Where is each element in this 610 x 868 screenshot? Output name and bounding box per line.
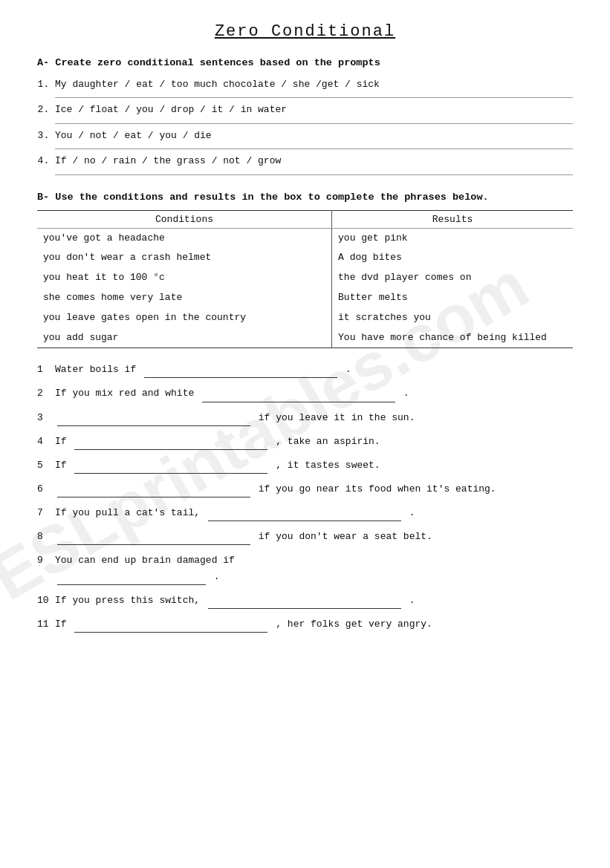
- section-a-list: My daughter / eat / too much chocolate /…: [37, 76, 573, 175]
- result-cell: it scratches you: [332, 308, 573, 328]
- ex-num: 3: [37, 410, 55, 426]
- exercise-11: 11 If , her folks get very angry.: [37, 616, 573, 633]
- conditions-results-table: Conditions Results you've got a headache…: [37, 210, 573, 349]
- page-title: Zero Conditional: [37, 22, 573, 41]
- list-item: You / not / eat / you / die: [55, 127, 573, 149]
- ex-text-after: if you leave it in the sun.: [259, 412, 415, 423]
- answer-blank[interactable]: [57, 535, 250, 545]
- answer-blank[interactable]: [202, 392, 395, 402]
- ex-text-before: If you pull a cat's tail,: [55, 507, 200, 518]
- answer-blank[interactable]: [208, 511, 401, 521]
- ex-num: 1: [37, 362, 55, 378]
- results-header: Results: [332, 210, 573, 228]
- table-row: you heat it to 100 °c the dvd player com…: [37, 268, 573, 288]
- answer-blank[interactable]: [144, 368, 337, 378]
- table-row: you leave gates open in the country it s…: [37, 308, 573, 328]
- exercise-8: 8 if you don't wear a seat belt.: [37, 529, 573, 545]
- exercise-1: 1 Water boils if .: [37, 362, 573, 378]
- condition-cell: you add sugar: [37, 328, 332, 348]
- result-cell: You have more chance of being killed: [332, 328, 573, 348]
- exercise-5: 5 If , it tastes sweet.: [37, 457, 573, 474]
- list-item: My daughter / eat / too much chocolate /…: [55, 76, 573, 98]
- answer-blank[interactable]: [208, 598, 401, 609]
- condition-cell: you leave gates open in the country: [37, 308, 332, 328]
- exercise-4: 4 If , take an aspirin.: [37, 434, 573, 450]
- table-row: you don't wear a crash helmet A dog bite…: [37, 248, 573, 268]
- answer-blank[interactable]: [57, 416, 250, 426]
- exercise-7: 7 If you pull a cat's tail, .: [37, 505, 573, 521]
- ex-text-after: if you don't wear a seat belt.: [259, 531, 432, 542]
- ex-text-before: Water boils if: [55, 364, 136, 375]
- table-row: you add sugar You have more chance of be…: [37, 328, 573, 348]
- result-cell: Butter melts: [332, 288, 573, 308]
- exercise-6: 6 if you go near its food when it's eati…: [37, 481, 573, 497]
- ex-num: 6: [37, 481, 55, 497]
- ex-text-before: If: [55, 460, 67, 471]
- ex-num: 4: [37, 434, 55, 450]
- ex-text-before: If: [55, 436, 67, 447]
- exercise-3: 3 if you leave it in the sun.: [37, 410, 573, 426]
- section-a-title: A- Create zero conditional sentences bas…: [37, 57, 573, 68]
- result-cell: A dog bites: [332, 248, 573, 268]
- exercise-9: 9 You can end up brain damaged if .: [37, 552, 573, 585]
- condition-cell: you don't wear a crash helmet: [37, 248, 332, 268]
- condition-cell: she comes home very late: [37, 288, 332, 308]
- ex-text-after: , it tastes sweet.: [276, 460, 380, 471]
- answer-blank[interactable]: [74, 440, 267, 450]
- ex-num: 7: [37, 505, 55, 521]
- section-b: B- Use the conditions and results in the…: [37, 192, 573, 349]
- ex-text-before: If you press this switch,: [55, 595, 200, 606]
- list-item: Ice / float / you / drop / it / in water: [55, 101, 573, 123]
- section-b-title: B- Use the conditions and results in the…: [37, 192, 573, 203]
- ex-text-after: .: [403, 388, 409, 399]
- ex-text-after: .: [214, 571, 220, 582]
- exercises-section: 1 Water boils if . 2 If you mix red and …: [37, 362, 573, 633]
- exercise-2: 2 If you mix red and white .: [37, 385, 573, 402]
- answer-blank[interactable]: [57, 575, 206, 585]
- condition-cell: you've got a headache: [37, 228, 332, 248]
- ex-text-after: .: [409, 507, 415, 518]
- result-cell: the dvd player comes on: [332, 268, 573, 288]
- answer-blank[interactable]: [74, 622, 267, 633]
- table-row: you've got a headache you get pink: [37, 228, 573, 248]
- ex-text-after: .: [409, 595, 415, 606]
- section-a: A- Create zero conditional sentences bas…: [37, 57, 573, 175]
- ex-num: 10: [37, 593, 55, 609]
- ex-text-after: , take an aspirin.: [276, 436, 380, 447]
- table-row: she comes home very late Butter melts: [37, 288, 573, 308]
- list-item: If / no / rain / the grass / not / grow: [55, 152, 573, 174]
- ex-text-before: If: [55, 619, 67, 630]
- answer-blank[interactable]: [57, 487, 250, 497]
- ex-text-after: if you go near its food when it's eating…: [259, 483, 496, 495]
- ex-num: 5: [37, 457, 55, 474]
- ex-num: 8: [37, 529, 55, 545]
- ex-text-after: .: [345, 364, 351, 375]
- ex-num: 9: [37, 552, 55, 569]
- exercise-10: 10 If you press this switch, .: [37, 593, 573, 609]
- condition-cell: you heat it to 100 °c: [37, 268, 332, 288]
- ex-text-before: You can end up brain damaged if: [55, 555, 235, 566]
- answer-blank[interactable]: [74, 463, 267, 474]
- conditions-header: Conditions: [37, 210, 332, 228]
- ex-text-before: If you mix red and white: [55, 388, 194, 399]
- ex-num: 2: [37, 385, 55, 402]
- result-cell: you get pink: [332, 228, 573, 248]
- ex-text-after: , her folks get very angry.: [276, 619, 432, 630]
- ex-num: 11: [37, 616, 55, 633]
